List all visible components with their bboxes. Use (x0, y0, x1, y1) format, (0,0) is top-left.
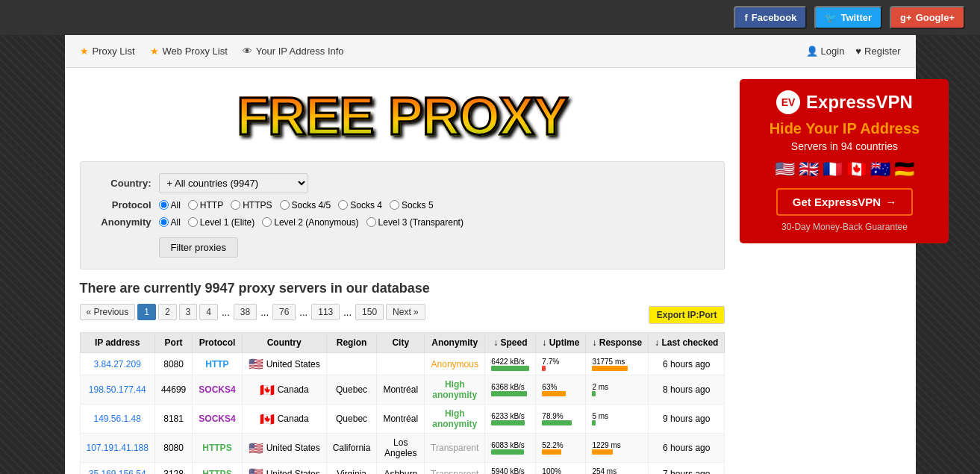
speed-value: 6422 kB/s (491, 358, 524, 366)
response-value: 1229 ms (592, 441, 620, 449)
protocol-all-radio[interactable] (159, 200, 169, 210)
googleplus-button[interactable]: g+ Google+ (890, 6, 965, 29)
protocol-socks45-label[interactable]: Socks 4/5 (280, 200, 331, 211)
col-protocol: Protocol (193, 333, 242, 353)
country-name: United States (266, 469, 320, 475)
protocol-http-radio[interactable] (188, 200, 198, 210)
cell-city: Montréal (377, 375, 425, 405)
country-name: United States (266, 443, 320, 453)
uptime-bar-container: 52.2% (542, 441, 579, 455)
cell-port: 8181 (155, 405, 192, 434)
proxy-table: IP address Port Protocol Country Region … (80, 332, 725, 474)
filter-row-protocol: Protocol All HTTP HTTPS Socks 4/5 Socks … (92, 199, 714, 211)
ip-address-link[interactable]: 3.84.27.209 (94, 359, 141, 369)
anonymity-label: Anonymity (92, 216, 152, 228)
protocol-socks5-label[interactable]: Socks 5 (390, 200, 434, 211)
anon-l2-label[interactable]: Level 2 (Anonymous) (262, 217, 358, 228)
filter-button-row: Filter proxies (92, 234, 714, 258)
vpn-logo-icon: EV (776, 90, 800, 114)
anon-l2-radio[interactable] (262, 217, 272, 227)
anon-l3-label[interactable]: Level 3 (Transparent) (366, 217, 464, 228)
anonymity-label: Anonymous (431, 359, 478, 369)
cell-country: 🇺🇸 United States (242, 434, 326, 463)
ip-address-link[interactable]: 149.56.1.48 (94, 414, 141, 424)
col-last-checked[interactable]: ↓ Last checked (649, 333, 725, 353)
cell-city (377, 353, 425, 375)
uptime-bar (542, 391, 566, 396)
page-113-button[interactable]: 113 (311, 304, 340, 320)
protocol-socks5-radio[interactable] (390, 200, 399, 210)
page-1-button[interactable]: 1 (137, 304, 156, 320)
protocol-socks45-radio[interactable] (280, 200, 290, 210)
nav-ip-address[interactable]: 👁 Your IP Address Info (243, 46, 344, 57)
flag-au: 🇦🇺 (870, 160, 890, 179)
nav-right: 👤 Login ♥ Register (806, 46, 901, 57)
twitter-button[interactable]: 🐦 Twitter (814, 6, 882, 29)
anon-l1-radio[interactable] (188, 217, 198, 227)
googleplus-label: Google+ (916, 12, 955, 23)
vpn-cta-label: Get ExpressVPN (793, 196, 881, 208)
col-speed[interactable]: ↓ Speed (485, 333, 536, 353)
filter-row-anonymity: Anonymity All Level 1 (Elite) Level 2 (A… (92, 216, 714, 228)
page-4-button[interactable]: 4 (199, 304, 218, 320)
ip-address-link[interactable]: 107.191.41.188 (87, 443, 149, 453)
anon-l3-radio[interactable] (366, 217, 376, 227)
cell-port: 3128 (155, 463, 192, 475)
uptime-bar-container: 63% (542, 383, 579, 396)
country-cell: 🇺🇸 United States (249, 441, 320, 455)
vpn-cta-button[interactable]: Get ExpressVPN → (776, 188, 913, 216)
col-response[interactable]: ↓ Response (586, 333, 649, 353)
col-uptime[interactable]: ↓ Uptime (536, 333, 586, 353)
protocol-https-radio[interactable] (231, 200, 240, 210)
ip-address-link[interactable]: 198.50.177.44 (89, 384, 146, 395)
page-3-button[interactable]: 3 (179, 304, 198, 320)
cell-last-checked: 6 hours ago (649, 353, 725, 375)
page-150-button[interactable]: 150 (355, 304, 384, 320)
vpn-tagline: Hide Your IP Address (751, 120, 937, 137)
prev-page-button[interactable]: « Previous (80, 304, 136, 320)
country-flag: 🇨🇦 (260, 383, 275, 397)
protocol-http-label[interactable]: HTTP (188, 200, 223, 211)
eye-icon: 👁 (243, 46, 252, 57)
logo-proxy: PROXY (388, 87, 567, 146)
protocol-https-label[interactable]: HTTPS (231, 200, 272, 211)
cell-response: 2 ms (586, 375, 649, 405)
country-select[interactable]: + All countries (9947) (159, 173, 308, 193)
country-name: Canada (278, 414, 309, 424)
page-38-button[interactable]: 38 (234, 304, 257, 320)
export-button[interactable]: Export IP:Port (649, 306, 725, 324)
table-row: 3.84.27.209 8080 HTTP 🇺🇸 United States A… (80, 353, 725, 375)
protocol-socks4-radio[interactable] (338, 200, 348, 210)
page-2-button[interactable]: 2 (158, 304, 177, 320)
protocol-all-label[interactable]: All (159, 200, 181, 211)
cell-country: 🇺🇸 United States (242, 463, 326, 475)
table-row: 198.50.177.44 44699 SOCKS4 🇨🇦 Canada Que… (80, 375, 725, 405)
anon-l1-label[interactable]: Level 1 (Elite) (188, 217, 255, 228)
protocol-socks4-label[interactable]: Socks 4 (338, 200, 382, 211)
ip-address-link[interactable]: 35.169.156.54 (89, 469, 146, 475)
country-label: Country: (92, 178, 152, 189)
flag-de: 🇩🇪 (894, 160, 914, 179)
filter-proxies-button[interactable]: Filter proxies (159, 237, 238, 258)
page-76-button[interactable]: 76 (272, 304, 296, 320)
table-header-row: IP address Port Protocol Country Region … (80, 333, 725, 353)
country-flag: 🇺🇸 (249, 441, 263, 455)
country-cell: 🇺🇸 United States (249, 467, 320, 474)
ellipsis-1: ... (220, 305, 231, 320)
cell-anonymity: Transparent (425, 434, 485, 463)
facebook-button[interactable]: f Facebook (734, 6, 807, 29)
table-row: 107.191.41.188 8080 HTTPS 🇺🇸 United Stat… (80, 434, 725, 463)
login-link[interactable]: 👤 Login (806, 46, 845, 57)
nav-web-proxy-list[interactable]: ★ Web Proxy List (150, 46, 228, 57)
speed-bar-container: 6233 kB/s (491, 412, 529, 425)
speed-bar-container: 5940 kB/s (491, 467, 529, 475)
cell-country: 🇺🇸 United States (242, 353, 326, 375)
uptime-value: 7.7% (542, 358, 559, 366)
googleplus-icon: g+ (900, 12, 912, 23)
anon-all-label[interactable]: All (159, 217, 181, 228)
anon-all-radio[interactable] (159, 217, 169, 227)
register-link[interactable]: ♥ Register (855, 46, 900, 57)
cell-last-checked: 8 hours ago (649, 375, 725, 405)
nav-proxy-list[interactable]: ★ Proxy List (80, 46, 135, 57)
next-page-button[interactable]: Next » (386, 304, 425, 320)
